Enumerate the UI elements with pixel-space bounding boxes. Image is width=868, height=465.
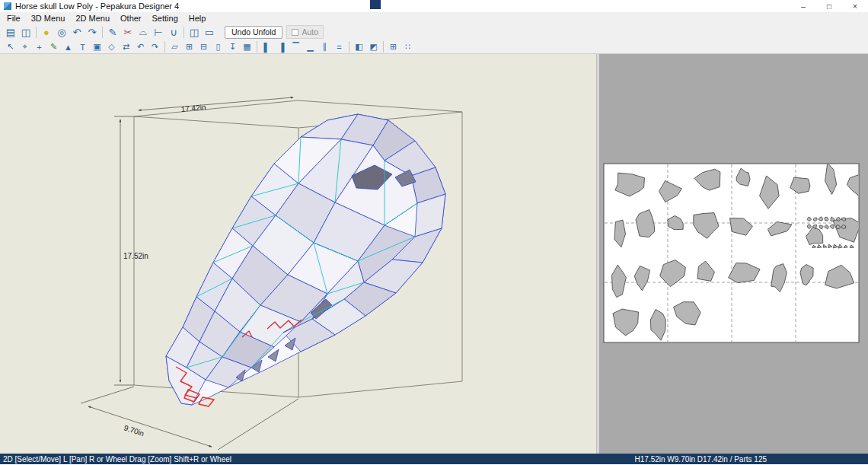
export-icon[interactable]: ↧ — [225, 40, 240, 53]
zoom-icon[interactable]: ⌖ — [18, 40, 32, 53]
pen-icon[interactable]: ✎ — [105, 24, 120, 40]
close-button[interactable]: × — [842, 0, 868, 12]
toolbar-separator — [383, 41, 384, 53]
dimension-left-label: 17.52in — [123, 252, 148, 260]
toolbar-separator — [349, 41, 349, 53]
page-icon[interactable]: ▯ — [211, 40, 225, 53]
skull-model[interactable] — [166, 114, 445, 406]
scissors-icon[interactable]: ✂ — [120, 24, 136, 40]
model-3d-view[interactable]: 17.42in 17.52in 9.70in — [0, 54, 596, 454]
undo-unfold-button[interactable]: Undo Unfold — [225, 26, 282, 39]
arrange-parts-icon[interactable]: ⊞ — [182, 40, 196, 53]
dimension-bottom-label: 9.70in — [123, 423, 145, 438]
align-bottom-icon[interactable]: ▁ — [303, 40, 318, 53]
statusbar-dimensions: H17.52in W9.70in D17.42in / Parts 125 — [635, 455, 767, 463]
toolbar-separator — [183, 27, 184, 38]
save-icon[interactable]: ◫ — [18, 24, 34, 40]
bulb-icon[interactable]: ● — [39, 24, 54, 40]
main-area: 17.42in 17.52in 9.70in — [0, 54, 868, 454]
maximize-button[interactable]: □ — [816, 0, 842, 12]
menubar: File3D Menu2D MenuOtherSettingHelp — [0, 12, 868, 24]
measure-icon[interactable]: ⊢ — [151, 24, 166, 40]
menu-help[interactable]: Help — [183, 14, 212, 23]
sync-icon[interactable]: ⇄ — [119, 40, 133, 53]
toolbar-main: ▤◫●◎↶↷✎✂⌓⊢∪◫▭ Undo Unfold Auto — [0, 24, 868, 40]
auto-checkbox-group[interactable]: Auto — [286, 25, 324, 39]
titlebar-artifact — [370, 0, 381, 9]
window-title: Horse skull Low Poly - Pepakura Designer… — [15, 2, 179, 11]
highlight-icon[interactable]: ▲ — [61, 40, 75, 53]
texture-view-icon[interactable]: ◎ — [54, 24, 69, 40]
align-right-icon[interactable]: ▐ — [274, 40, 289, 53]
toolbar-main-icons: ▤◫●◎↶↷✎✂⌓⊢∪◫▭ — [3, 24, 217, 40]
print-icon[interactable]: ▦ — [240, 40, 254, 53]
flip-horizontal-icon[interactable]: ◧ — [352, 40, 366, 53]
magnet-icon[interactable]: ∪ — [166, 24, 181, 40]
pan-icon[interactable]: + — [32, 40, 46, 53]
layout-both-panes-icon[interactable]: ◫ — [187, 24, 202, 40]
flip-vertical-icon[interactable]: ◩ — [366, 40, 381, 53]
menu-other[interactable]: Other — [115, 14, 147, 23]
toolbar-separator — [36, 27, 37, 38]
toolbar-separator — [102, 27, 103, 38]
pages-icon[interactable]: ▱ — [168, 40, 182, 53]
statusbar-hint: 2D [Select/Move] L [Pan] R or Wheel Drag… — [3, 455, 231, 463]
menu-3d[interactable]: 3D Menu — [26, 14, 71, 23]
layout-single-pane-icon[interactable]: ▭ — [202, 24, 217, 40]
dimension-top-label: 17.42in — [180, 103, 206, 113]
toolbar-separator — [257, 41, 257, 53]
pattern-2d-view[interactable] — [599, 54, 868, 454]
edge-pen-icon[interactable]: ✎ — [46, 40, 61, 53]
undo-icon[interactable]: ↶ — [133, 40, 148, 53]
viewport-3d[interactable]: 17.42in 17.52in 9.70in — [0, 54, 596, 454]
app-icon — [4, 2, 11, 10]
image-icon[interactable]: ▣ — [90, 40, 104, 53]
toolbar-edit: ↖⌖+✎▲T▣◇⇄↶↷▱⊞⊟▯↧▦▌▐▔▁∥=◧◩⊞∷ — [0, 40, 868, 54]
align-left-icon[interactable]: ▌ — [260, 40, 274, 53]
auto-label: Auto — [302, 27, 318, 37]
distribute-vertical-icon[interactable]: = — [332, 40, 346, 53]
titlebar: Horse skull Low Poly - Pepakura Designer… — [0, 0, 868, 12]
rotate-left-icon[interactable]: ↶ — [69, 24, 85, 40]
text-icon[interactable]: T — [75, 40, 90, 53]
toolbar-separator — [164, 41, 165, 53]
rotate-right-icon[interactable]: ↷ — [85, 24, 100, 40]
cube-icon[interactable]: ◇ — [104, 40, 119, 53]
align-top-icon[interactable]: ▔ — [289, 40, 303, 53]
checkbox-icon — [292, 29, 298, 36]
open-file-icon[interactable]: ▤ — [3, 24, 18, 40]
snap-icon[interactable]: ∷ — [400, 40, 415, 53]
redo-icon[interactable]: ↷ — [148, 40, 162, 53]
menu-file[interactable]: File — [2, 14, 26, 23]
menu-setting[interactable]: Setting — [147, 14, 183, 23]
window-controls: –□× — [790, 0, 868, 12]
distribute-horizontal-icon[interactable]: ∥ — [318, 40, 332, 53]
viewport-2d[interactable] — [599, 54, 868, 454]
minimize-button[interactable]: – — [790, 0, 816, 12]
select-arrow-icon[interactable]: ↖ — [3, 40, 18, 53]
statusbar: 2D [Select/Move] L [Pan] R or Wheel Drag… — [0, 454, 868, 464]
join-edge-icon[interactable]: ⊟ — [196, 40, 211, 53]
protractor-icon[interactable]: ⌓ — [136, 24, 151, 40]
grid-icon[interactable]: ⊞ — [386, 40, 400, 53]
menu-2d[interactable]: 2D Menu — [70, 14, 115, 23]
pattern-page — [604, 164, 859, 342]
